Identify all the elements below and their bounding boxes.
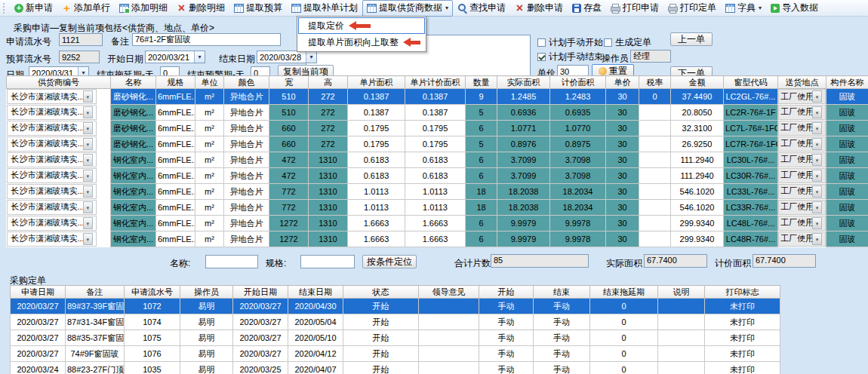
- toolbar-button-extract-supplier-data[interactable]: 提取供货商数据▾: [362, 0, 453, 17]
- cell[interactable]: 510: [269, 105, 309, 121]
- column-header[interactable]: 规格: [156, 76, 195, 89]
- cell[interactable]: m²: [195, 200, 224, 216]
- end-date-picker[interactable]: 2020/03/28▾: [257, 51, 317, 63]
- cell[interactable]: m²: [195, 152, 224, 168]
- checkbox-icon[interactable]: [537, 38, 546, 47]
- cell[interactable]: 1.2483: [550, 89, 606, 105]
- cell[interactable]: 37.4490: [671, 89, 724, 105]
- cell[interactable]: 钢化室内...: [111, 168, 156, 184]
- cell[interactable]: 1.0771: [497, 121, 550, 136]
- toolbar-button-dictionary[interactable]: 字典▾: [721, 0, 766, 17]
- cell[interactable]: 2020/03/27: [233, 299, 288, 314]
- cell[interactable]: 长沙市潇湘玻璃实...▾: [7, 89, 97, 104]
- cell[interactable]: LC7L-76#-1FO: [724, 121, 778, 136]
- cell[interactable]: [639, 184, 671, 200]
- cell[interactable]: 固玻: [826, 136, 868, 152]
- cell[interactable]: LC33L-76#...: [724, 184, 778, 200]
- cell[interactable]: 18: [466, 200, 497, 216]
- cell[interactable]: 长沙市潇湘玻璃实...▾: [7, 152, 97, 167]
- cell[interactable]: 9.9978: [550, 216, 606, 231]
- cell[interactable]: LC7R-76#-1FO: [724, 136, 778, 152]
- cell[interactable]: LC48L-76#...: [724, 216, 778, 231]
- cell[interactable]: 0.1387: [348, 105, 405, 121]
- cell[interactable]: 32.3100: [671, 121, 724, 136]
- cell[interactable]: 易明: [180, 330, 233, 346]
- cell[interactable]: 5: [466, 136, 497, 152]
- cell[interactable]: 1.0113: [405, 184, 466, 200]
- cell[interactable]: 固玻: [826, 168, 868, 184]
- chevron-down-icon[interactable]: ▾: [306, 51, 316, 63]
- chevron-down-icon[interactable]: ▾: [83, 217, 93, 229]
- table-row[interactable]: 2020/03/2488#23-27F门顶玻1035易明2020/03/2520…: [11, 362, 780, 374]
- cell[interactable]: 工厂使用▾: [778, 231, 826, 247]
- cell[interactable]: 6: [466, 152, 497, 168]
- cell[interactable]: 30: [606, 216, 639, 231]
- cell[interactable]: [658, 346, 705, 362]
- cell[interactable]: 0.6936: [497, 105, 550, 121]
- cell[interactable]: 工厂使用▾: [778, 168, 826, 183]
- cell[interactable]: 异地合片: [224, 136, 269, 152]
- chevron-down-icon[interactable]: ▾: [812, 138, 822, 150]
- cell[interactable]: 87#31-34F窗固玻: [66, 314, 125, 330]
- cell[interactable]: 工厂使用▾: [778, 216, 826, 231]
- cell[interactable]: 0.1795: [348, 121, 405, 136]
- cell[interactable]: m²: [195, 89, 224, 105]
- cell[interactable]: [419, 314, 479, 330]
- cell[interactable]: 2020/04/12: [288, 346, 343, 362]
- chevron-down-icon[interactable]: ▾: [83, 201, 93, 213]
- cell[interactable]: [639, 121, 671, 136]
- table-row[interactable]: 长沙市潇湘玻璃实...▾钢化室内...6mmFLE...m²异地合片472131…: [7, 168, 868, 184]
- cell[interactable]: 30: [606, 152, 639, 168]
- cell[interactable]: m²: [195, 121, 224, 136]
- cell[interactable]: 工厂使用▾: [778, 152, 826, 167]
- cell[interactable]: m²: [195, 231, 224, 247]
- chevron-down-icon[interactable]: ▾: [83, 122, 93, 134]
- cell[interactable]: 0.8975: [550, 136, 606, 152]
- cell[interactable]: 2020/03/27: [233, 314, 288, 330]
- cell[interactable]: 20.8050: [671, 105, 724, 121]
- column-header[interactable]: 单位: [195, 76, 224, 89]
- cell[interactable]: 18.2034: [550, 184, 606, 200]
- cell[interactable]: 0.1795: [405, 136, 466, 152]
- cell[interactable]: LC2R-76#-1F: [724, 105, 778, 121]
- cell[interactable]: 30: [606, 231, 639, 247]
- cell[interactable]: m²: [195, 105, 224, 121]
- cell[interactable]: 2020/04/07: [288, 362, 343, 374]
- cell[interactable]: 472: [269, 168, 309, 184]
- column-header[interactable]: 送货地点: [778, 76, 826, 89]
- cell[interactable]: 异地合片: [224, 168, 269, 184]
- cell[interactable]: 开始: [343, 362, 419, 374]
- column-header[interactable]: 开始: [479, 286, 534, 299]
- cell[interactable]: 30: [606, 121, 639, 136]
- cell[interactable]: 0.1795: [348, 136, 405, 152]
- cell[interactable]: 长沙市潇湘玻璃实...▾: [7, 184, 97, 199]
- cell[interactable]: 0.1795: [405, 121, 466, 136]
- table-row[interactable]: 2020/03/2788#35-37F窗固玻1075易明2020/03/2720…: [11, 330, 780, 346]
- cell[interactable]: 钢化室内...: [111, 231, 156, 247]
- cell[interactable]: 1310: [309, 168, 348, 184]
- chevron-down-icon[interactable]: ▾: [812, 90, 822, 103]
- cell[interactable]: 3.7098: [550, 168, 606, 184]
- cell[interactable]: LC30R-76#...: [724, 168, 778, 184]
- cell[interactable]: m²: [195, 168, 224, 184]
- table-row[interactable]: 长沙市潇湘玻璃实...▾磨砂钢化...6mmFLE...m²异地合片660272…: [7, 136, 868, 152]
- table-row[interactable]: 2020/03/2774#9F窗固玻1076易明2020/03/272020/0…: [11, 346, 780, 362]
- chevron-down-icon[interactable]: ▾: [83, 154, 93, 166]
- toolbar-button-delete-detail[interactable]: 删除明细: [172, 0, 229, 17]
- cell[interactable]: 钢化室内...: [111, 200, 156, 216]
- cell[interactable]: 未打印: [705, 314, 780, 330]
- chevron-down-icon[interactable]: ▾: [812, 233, 822, 245]
- cell[interactable]: 手动: [479, 330, 534, 346]
- toolbar-button-extract-budget[interactable]: 提取预算: [229, 0, 287, 17]
- chevron-down-icon[interactable]: ▾: [812, 122, 822, 134]
- cell[interactable]: LC33R-76#...: [724, 200, 778, 216]
- cell[interactable]: 6mmFLE...: [156, 200, 195, 216]
- cell[interactable]: [419, 299, 479, 314]
- cell[interactable]: 3.7099: [497, 168, 550, 184]
- cell[interactable]: 299.9340: [671, 231, 724, 247]
- table-row[interactable]: 长沙市潇湘玻璃实...▾磨砂钢化...6mmFLE...m²异地合片510272…: [7, 105, 868, 121]
- column-header[interactable]: 计价面积: [550, 76, 606, 89]
- cell[interactable]: 开始: [343, 299, 419, 314]
- cell[interactable]: 6mmFLE...: [156, 216, 195, 231]
- cell[interactable]: m²: [195, 136, 224, 152]
